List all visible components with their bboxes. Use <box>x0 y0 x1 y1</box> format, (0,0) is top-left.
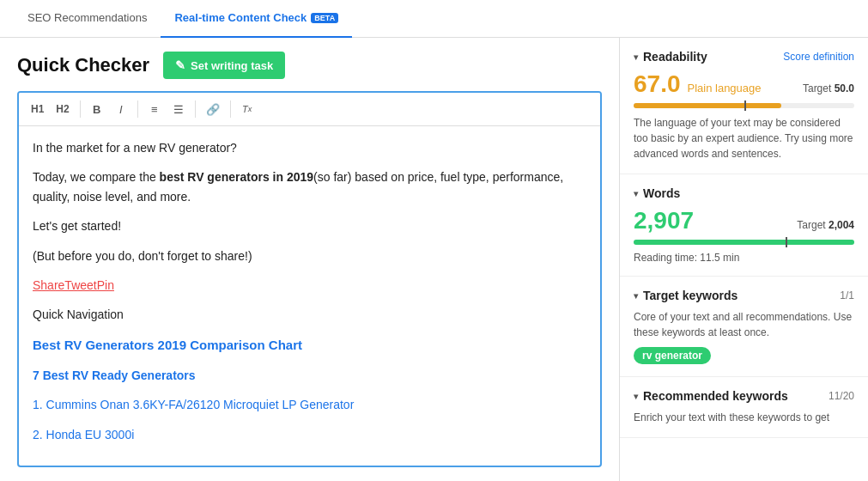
target-keywords-title: ▾ Target keywords <box>634 289 737 302</box>
words-target-marker <box>786 237 787 247</box>
readability-target: Target 50.0 <box>803 82 854 94</box>
toolbar-bold-button[interactable]: B <box>86 98 108 120</box>
readability-chevron: ▾ <box>634 52 638 62</box>
page-header: Quick Checker ✎ Set writing task <box>17 52 602 79</box>
toolbar-divider-1 <box>80 100 81 118</box>
target-keywords-description: Core of your text and all recommendation… <box>634 309 854 340</box>
toolbar-h1-button[interactable]: H1 <box>26 98 49 120</box>
toolbar-clear-button[interactable]: Tx <box>236 98 258 120</box>
editor-share-text: ShareTweetPin <box>33 276 586 295</box>
readability-section: ▾ Readability Score definition 67.0 Plai… <box>620 38 868 174</box>
readability-score-row: 67.0 Plain language Target 50.0 <box>634 70 854 98</box>
editor-content[interactable]: In the market for a new RV generator? To… <box>19 126 600 466</box>
main-layout: Quick Checker ✎ Set writing task H1 H2 B… <box>0 38 868 481</box>
readability-progress-bar <box>634 103 854 108</box>
toolbar-divider-2 <box>137 100 138 118</box>
editor-paragraph-1: In the market for a new RV generator? <box>33 138 586 157</box>
editor-paragraph-4: (But before you do, don't forget to shar… <box>33 247 586 265</box>
editor-heading-1-link[interactable]: Best RV Generators 2019 Comparison Chart <box>33 335 586 356</box>
editor-list-item-1[interactable]: 1. Cummins Onan 3.6KY-FA/26120 Microquie… <box>33 398 354 411</box>
toolbar-link-button[interactable]: 🔗 <box>201 98 225 120</box>
recommended-keywords-description: Enrich your text with these keywords to … <box>634 410 854 425</box>
tab-realtime[interactable]: Real-time Content Check BETA <box>161 0 352 38</box>
words-progress-bar <box>634 240 854 245</box>
target-keywords-chevron: ▾ <box>634 291 638 301</box>
recommended-keywords-count: 11/20 <box>829 390 854 402</box>
editor-toolbar: H1 H2 B I ≡ ☰ 🔗 Tx <box>19 93 600 126</box>
left-panel: Quick Checker ✎ Set writing task H1 H2 B… <box>0 38 619 481</box>
recommended-keywords-chevron: ▾ <box>634 392 638 401</box>
target-keywords-count: 1/1 <box>840 289 854 301</box>
words-section: ▾ Words 2,907 Target 2,004 Reading time:… <box>620 174 868 277</box>
readability-title: ▾ Readability <box>634 50 707 64</box>
toolbar-ol-button[interactable]: ☰ <box>167 98 190 120</box>
words-target: Target 2,004 <box>797 219 854 231</box>
editor-paragraph-2: Today, we compare the best RV generators… <box>33 167 586 206</box>
score-definition-link[interactable]: Score definition <box>783 51 854 63</box>
words-chevron: ▾ <box>634 189 638 198</box>
set-writing-task-button[interactable]: ✎ Set writing task <box>163 52 285 79</box>
readability-progress-fill <box>634 103 781 108</box>
tabs-bar: SEO Recommendations Real-time Content Ch… <box>0 0 868 38</box>
editor-nav-label: Quick Navigation <box>33 305 586 324</box>
tab-seo[interactable]: SEO Recommendations <box>14 0 161 38</box>
toolbar-divider-4 <box>230 100 231 118</box>
writing-icon: ✎ <box>175 58 185 72</box>
editor-list-item-2[interactable]: 2. Honda EU 3000i <box>33 428 134 441</box>
words-title: ▾ Words <box>634 186 680 200</box>
toolbar-divider-3 <box>195 100 196 118</box>
set-writing-task-label: Set writing task <box>191 59 273 72</box>
right-panel: ▾ Readability Score definition 67.0 Plai… <box>619 38 868 481</box>
editor-paragraph-3: Let's get started! <box>33 216 586 235</box>
reading-time: Reading time: 11.5 min <box>634 252 854 264</box>
readability-header: ▾ Readability Score definition <box>634 50 854 64</box>
editor-container: H1 H2 B I ≡ ☰ 🔗 Tx In the market for a n… <box>17 91 602 467</box>
readability-target-marker <box>744 100 746 111</box>
recommended-keywords-section: ▾ Recommended keywords 11/20 Enrich your… <box>620 377 868 438</box>
readability-description: The language of your text may be conside… <box>634 115 854 161</box>
toolbar-ul-button[interactable]: ≡ <box>143 98 166 120</box>
page-title: Quick Checker <box>17 54 149 76</box>
words-progress-fill <box>634 240 854 245</box>
beta-badge: BETA <box>311 13 338 23</box>
recommended-keywords-title: ▾ Recommended keywords <box>634 389 788 403</box>
target-keywords-header: ▾ Target keywords 1/1 <box>634 289 854 302</box>
readability-score-label: Plain language <box>688 82 762 94</box>
editor-heading-2-link[interactable]: 7 Best RV Ready Generators <box>33 366 586 385</box>
words-header: ▾ Words <box>634 186 854 200</box>
target-keywords-section: ▾ Target keywords 1/1 Core of your text … <box>620 277 868 377</box>
toolbar-h2-button[interactable]: H2 <box>51 98 74 120</box>
recommended-keywords-header: ▾ Recommended keywords 11/20 <box>634 389 854 403</box>
words-score-value: 2,907 <box>634 207 694 234</box>
toolbar-italic-button[interactable]: I <box>110 98 132 120</box>
readability-score-value: 67.0 <box>634 70 681 98</box>
keyword-tag[interactable]: rv generator <box>634 347 711 364</box>
words-score-row: 2,907 Target 2,004 <box>634 207 854 234</box>
